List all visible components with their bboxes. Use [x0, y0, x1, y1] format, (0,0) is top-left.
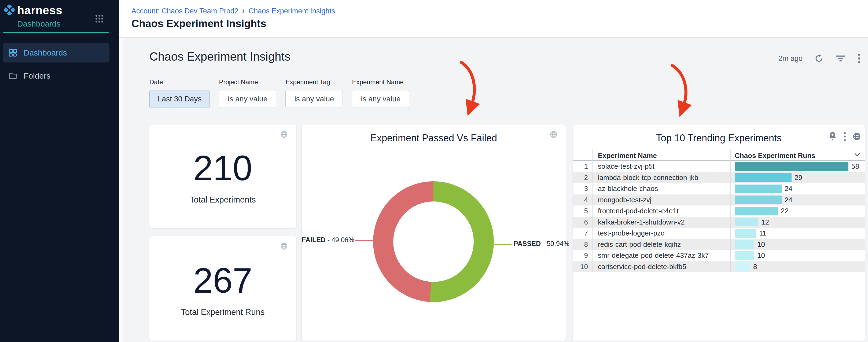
failed-callout-line	[355, 240, 373, 241]
table-row: 10 cartservice-pod-delete-bkfb5 8	[573, 261, 865, 273]
table-row: 5 frontend-pod-delete-e4e1t 22	[573, 206, 865, 217]
product-label: Dashboards	[17, 19, 61, 28]
filter-date: Date Last 30 Days	[149, 78, 210, 108]
more-vertical-icon[interactable]	[858, 53, 861, 64]
globe-icon[interactable]	[280, 130, 288, 138]
dashboard-toolbar: 2m ago	[778, 53, 861, 64]
chart-title: Top 10 Trending Experiments	[573, 132, 865, 144]
experiment-name-cell: cartservice-pod-delete-bkfb5	[592, 262, 731, 271]
table-header: Experiment Name Chaos Experiment Runs	[573, 149, 865, 161]
card-actions	[828, 131, 861, 142]
column-header-chaos-experiment-runs[interactable]: Chaos Experiment Runs	[735, 152, 815, 160]
apps-grid-icon[interactable]	[94, 14, 104, 24]
runs-bar	[735, 218, 758, 226]
experiment-name-cell: az-blackhole-chaos	[592, 185, 731, 193]
runs-value: 10	[757, 251, 765, 260]
passed-label-name: PASSED	[514, 240, 541, 247]
passed-vs-failed-card: Experiment Passed Vs Failed FAILED - 49.…	[302, 124, 566, 341]
project-name-filter-chip[interactable]: is any value	[219, 90, 276, 108]
row-rank: 7	[573, 229, 592, 238]
experiment-name-cell: frontend-pod-delete-e4e1t	[592, 207, 731, 215]
row-rank: 8	[573, 240, 592, 249]
experiment-name-cell: test-probe-logger-pzo	[592, 229, 731, 238]
chart-title: Experiment Passed Vs Failed	[302, 132, 566, 144]
row-rank: 4	[573, 196, 592, 204]
experiment-name-cell: kafka-broker-1-shutdown-v2	[592, 218, 731, 226]
sidebar-item-dashboards[interactable]: Dashboards	[3, 43, 110, 62]
passed-callout-line	[494, 244, 512, 245]
row-rank: 5	[573, 207, 592, 215]
row-rank: 2	[573, 174, 592, 182]
content-edge-fade	[119, 37, 124, 342]
filter-label: Experiment Name	[352, 78, 409, 86]
breadcrumb-separator: ›	[242, 6, 245, 15]
dashboards-icon	[8, 49, 17, 57]
runs-value: 24	[784, 185, 793, 193]
runs-bar	[735, 251, 754, 260]
date-filter-chip[interactable]: Last 30 Days	[149, 90, 210, 108]
runs-bar	[735, 162, 848, 171]
runs-value: 10	[757, 240, 765, 249]
app-root: harness Dashboards Dashboard	[0, 0, 868, 342]
globe-icon[interactable]	[550, 130, 558, 138]
breadcrumb-account-link[interactable]: Account: Chaos Dev Team Prod2	[131, 7, 239, 15]
sidebar-item-folders[interactable]: Folders	[3, 67, 110, 85]
experiment-name-cell: lambda-block-tcp-connection-jkb	[592, 174, 731, 182]
sidebar-item-label: Dashboards	[24, 48, 67, 57]
breadcrumb-current-link[interactable]: Chaos Experiment Insights	[249, 7, 335, 15]
filter-experiment-name: Experiment Name is any value	[352, 78, 409, 108]
failed-slice-label: FAILED - 49.06%	[302, 236, 353, 244]
filter-experiment-tag: Experiment Tag is any value	[285, 78, 343, 108]
experiment-tag-filter-chip[interactable]: is any value	[285, 90, 343, 108]
table-row: 2 lambda-block-tcp-connection-jkb 29	[573, 172, 865, 184]
more-vertical-icon[interactable]	[844, 132, 846, 142]
experiment-name-filter-chip[interactable]: is any value	[352, 90, 409, 108]
passed-label-pct: - 50.94%	[541, 240, 569, 247]
refresh-icon[interactable]	[814, 54, 824, 63]
filter-bar: Date Last 30 Days Project Name is any va…	[149, 78, 409, 108]
table-row: 8 redis-cart-pod-delete-kqihz 10	[573, 239, 865, 250]
runs-value: 29	[795, 174, 802, 182]
row-rank: 10	[573, 262, 592, 271]
experiment-name-cell: solace-test-zvj-p5t	[592, 162, 731, 170]
stat-value: 267	[193, 263, 252, 298]
chevron-down-icon[interactable]	[854, 153, 861, 157]
table-row: 7 test-probe-logger-pzo 11	[573, 228, 865, 239]
dashboard-canvas: Chaos Experiment Insights 2m ago	[119, 37, 868, 342]
passed-slice-label: PASSED - 50.94%	[514, 240, 569, 248]
sidebar: harness Dashboards Dashboard	[0, 0, 119, 342]
topbar: Account: Chaos Dev Team Prod2 › Chaos Ex…	[119, 0, 868, 37]
runs-bar	[735, 173, 792, 182]
donut-ring	[373, 181, 494, 302]
runs-value: 11	[759, 229, 766, 238]
filter-project-name: Project Name is any value	[219, 78, 276, 108]
harness-logo-icon[interactable]	[3, 3, 16, 17]
table-row: 1 solace-test-zvj-p5t 58	[573, 161, 865, 172]
table-row: 4 mongodb-test-zvj 24	[573, 194, 865, 206]
dashboard-title: Chaos Experiment Insights	[149, 50, 290, 63]
runs-value: 22	[781, 207, 788, 215]
stat-value: 210	[193, 151, 252, 186]
row-rank: 6	[573, 218, 592, 226]
table-body: 1 solace-test-zvj-p5t 58 2 lambda-block-…	[573, 161, 865, 272]
runs-value: 8	[753, 262, 757, 271]
total-experiment-runs-card: 267 Total Experiment Runs	[149, 236, 296, 341]
row-rank: 3	[573, 185, 592, 193]
runs-bar	[735, 207, 778, 215]
globe-icon[interactable]	[852, 132, 861, 141]
brand-wordmark[interactable]: harness	[17, 4, 62, 17]
alert-bell-plus-icon[interactable]	[828, 131, 837, 142]
globe-icon[interactable]	[280, 242, 288, 250]
column-header-experiment-name[interactable]: Experiment Name	[598, 152, 657, 160]
experiment-name-cell: mongodb-test-zvj	[592, 196, 731, 204]
table-row: 3 az-blackhole-chaos 24	[573, 183, 865, 194]
top-trending-experiments-card: Top 10 Trending Experiments	[573, 124, 865, 341]
stat-label: Total Experiments	[190, 195, 256, 205]
runs-bar	[735, 195, 782, 204]
row-rank: 1	[573, 162, 592, 170]
failed-label-pct: - 49.06%	[326, 236, 354, 244]
filter-icon[interactable]	[835, 55, 846, 62]
row-rank: 9	[573, 251, 592, 260]
filter-label: Date	[149, 78, 210, 86]
runs-value: 24	[784, 196, 793, 204]
